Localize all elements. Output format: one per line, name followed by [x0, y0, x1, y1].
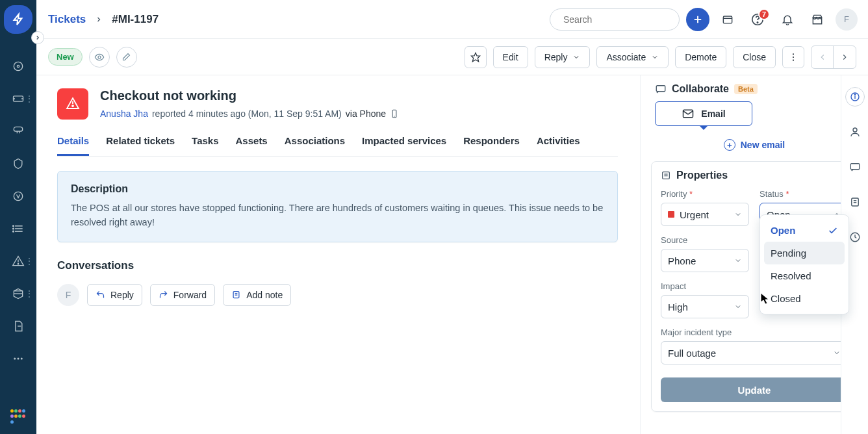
nav-more[interactable]: [0, 351, 36, 366]
reply-button[interactable]: Reply: [535, 46, 591, 68]
bell-icon[interactable]: [776, 8, 799, 31]
ticket-type-icon: [57, 88, 88, 120]
tabs: Details Related tickets Tasks Assets Ass…: [57, 129, 618, 157]
priority-flag-icon: [668, 211, 674, 218]
tab-assets[interactable]: Assets: [236, 129, 268, 156]
svg-point-7: [13, 225, 14, 227]
status-option-closed[interactable]: Closed: [764, 287, 845, 310]
pager: [811, 45, 856, 69]
source-select[interactable]: Phone: [661, 249, 749, 272]
description-heading: Description: [71, 183, 604, 195]
svg-marker-27: [471, 53, 479, 61]
properties-heading: Properties: [676, 170, 728, 181]
svg-point-31: [72, 105, 73, 107]
description-card: Description The POS at all our stores ha…: [57, 171, 618, 242]
edit-inline-icon[interactable]: [116, 47, 137, 68]
status-option-pending[interactable]: Pending: [764, 242, 845, 264]
watch-icon[interactable]: [89, 47, 110, 68]
tab-details[interactable]: Details: [57, 129, 89, 156]
search-input[interactable]: [563, 14, 677, 25]
beta-badge: Beta: [734, 84, 758, 94]
conversations-heading: Conversations: [57, 259, 618, 272]
mail-icon: [682, 107, 695, 120]
status-option-resolved[interactable]: Resolved: [764, 264, 845, 287]
tab-associations[interactable]: Associations: [285, 129, 345, 156]
user-avatar[interactable]: F: [836, 8, 858, 31]
conversation-add-note-button[interactable]: Add note: [223, 284, 291, 306]
help-badge: 7: [758, 8, 770, 20]
nav-alerts[interactable]: ⋮: [0, 253, 36, 269]
pager-next[interactable]: [834, 46, 856, 68]
properties-icon: [661, 170, 671, 181]
tab-impacted-services[interactable]: Impacted services: [362, 129, 446, 156]
tab-activities[interactable]: Activities: [537, 129, 580, 156]
impact-select[interactable]: High: [661, 295, 749, 318]
nav-assets[interactable]: ⋮: [0, 286, 36, 301]
update-button[interactable]: Update: [661, 377, 848, 402]
more-actions-button[interactable]: [782, 46, 804, 68]
properties-card: Properties Priority * Urgent: [651, 161, 858, 412]
edit-button[interactable]: Edit: [493, 46, 528, 68]
marketplace-icon[interactable]: [806, 8, 829, 31]
reported-time: reported 4 minutes ago (Mon, 11 Sep 9:51…: [152, 108, 342, 119]
nav-problems[interactable]: [0, 123, 36, 139]
conversation-reply-button[interactable]: Reply: [87, 284, 142, 306]
breadcrumb-root[interactable]: Tickets: [48, 13, 86, 26]
rail-expand-toggle[interactable]: [31, 31, 44, 44]
help-icon[interactable]: 7: [746, 8, 769, 31]
nav-tickets[interactable]: ⋮: [0, 91, 36, 107]
nav-reports[interactable]: [0, 318, 36, 334]
notes-icon[interactable]: [845, 192, 865, 212]
app-switcher[interactable]: [10, 409, 26, 425]
impact-label: Impact: [661, 281, 749, 291]
status-option-open[interactable]: Open: [764, 219, 845, 242]
svg-point-18: [21, 358, 23, 360]
close-button[interactable]: Close: [733, 46, 776, 68]
star-button[interactable]: [465, 46, 487, 68]
info-icon[interactable]: [845, 87, 865, 107]
svg-point-0: [14, 62, 22, 70]
pager-prev[interactable]: [811, 46, 834, 68]
svg-point-17: [18, 358, 19, 360]
catalog-icon[interactable]: [716, 8, 739, 31]
conversation-avatar: F: [57, 284, 79, 306]
email-channel-button[interactable]: Email: [655, 101, 752, 126]
tab-related-tickets[interactable]: Related tickets: [106, 129, 175, 156]
app-logo[interactable]: [4, 5, 32, 34]
breadcrumb-ticket-id: #MI-1197: [112, 13, 159, 26]
nav-dashboard[interactable]: [0, 58, 36, 74]
source-label: Source: [661, 235, 749, 245]
right-panel: Collaborate Beta Email + New email: [641, 75, 868, 434]
major-incident-type-select[interactable]: Full outage: [661, 341, 848, 364]
conversation-forward-button[interactable]: Forward: [150, 284, 215, 306]
svg-point-46: [853, 128, 857, 132]
svg-rect-23: [723, 16, 732, 23]
priority-select[interactable]: Urgent: [661, 203, 749, 226]
via-label: via Phone: [346, 108, 386, 119]
demote-button[interactable]: Demote: [675, 46, 726, 68]
chat-icon[interactable]: [845, 157, 865, 177]
phone-device-icon: [390, 109, 399, 118]
associate-button[interactable]: Associate: [596, 46, 669, 68]
nav-list[interactable]: [0, 221, 36, 236]
description-body: The POS at all our stores have stopped f…: [71, 201, 604, 230]
collaborate-heading: Collaborate: [672, 83, 729, 95]
tab-responders[interactable]: Responders: [463, 129, 520, 156]
person-icon[interactable]: [845, 122, 865, 142]
svg-rect-48: [851, 198, 858, 206]
svg-point-30: [793, 59, 794, 60]
nav-releases[interactable]: [0, 188, 36, 204]
note-icon: [231, 290, 241, 300]
svg-point-11: [18, 264, 18, 264]
svg-point-28: [793, 53, 794, 55]
svg-point-9: [13, 231, 14, 232]
reporter-link[interactable]: Anusha Jha: [100, 108, 148, 119]
nav-changes[interactable]: [0, 156, 36, 172]
breadcrumb: Tickets #MI-1197: [48, 13, 159, 26]
new-button[interactable]: [686, 8, 709, 31]
tab-tasks[interactable]: Tasks: [192, 129, 218, 156]
new-email-link[interactable]: + New email: [651, 139, 858, 151]
global-search[interactable]: [550, 8, 680, 31]
left-nav-rail: ⋮ ⋮ ⋮: [0, 0, 36, 434]
reply-icon: [96, 290, 105, 300]
